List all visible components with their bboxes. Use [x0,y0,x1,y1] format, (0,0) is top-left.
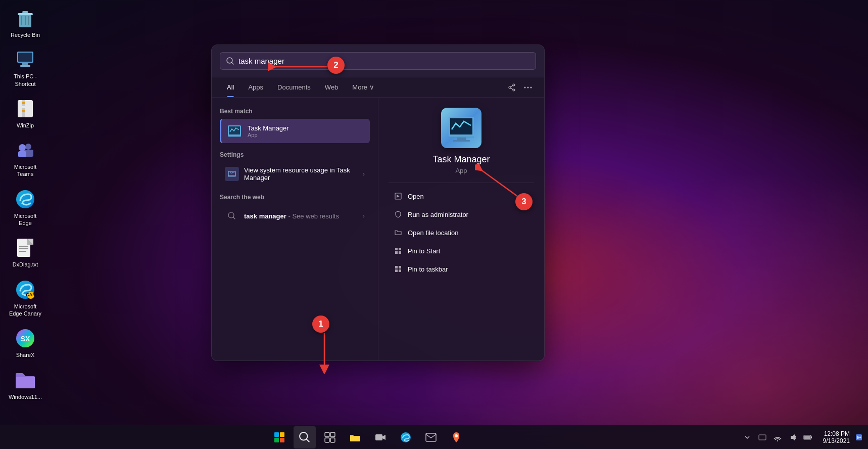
winzip-icon [14,98,36,120]
svg-rect-78 [759,435,766,440]
svg-rect-12 [22,102,25,104]
desktop-icon-edge[interactable]: MicrosoftEdge [5,186,45,229]
search-icon [226,57,234,65]
desktop-icon-teams[interactable]: MicrosoftTeams [5,137,45,180]
svg-point-37 [524,86,526,88]
web-search-icon [225,209,239,223]
search-popup: task manager All Apps Documents Web More… [211,44,545,361]
location-taskbar-button[interactable] [445,426,467,448]
svg-rect-70 [325,432,329,437]
keyboard-icon[interactable] [755,426,769,448]
svg-point-77 [455,434,458,437]
svg-rect-74 [375,434,382,440]
svg-rect-54 [399,248,401,250]
desktop-icon-sharex[interactable]: SX ShareX [5,325,45,361]
desktop-icon-recycle-bin[interactable]: Recycle Bin [5,5,45,40]
action-pin-taskbar[interactable]: Pin to taskbar [389,260,534,278]
svg-rect-23 [19,248,28,249]
clock-area[interactable]: 12:08 PM 9/13/2021 [819,430,854,444]
tab-documents[interactable]: Documents [270,77,318,97]
taskbar-search-icon [299,432,310,443]
teams-icon [14,139,36,161]
clock-time: 12:08 PM [824,430,850,437]
desktop-icon-dxdiag[interactable]: DxDiag.txt [5,235,45,270]
web-result-info: task manager - See web results [244,212,358,220]
settings-item-info: View system resource usage in Task Manag… [244,166,358,182]
edge-taskbar-button[interactable] [395,426,417,448]
web-search-result-item[interactable]: task manager - See web results › [220,205,370,227]
settings-result-item[interactable]: View system resource usage in Task Manag… [220,162,370,186]
action-pin-start[interactable]: Pin to Start [389,242,534,260]
mail-taskbar-button[interactable] [420,426,442,448]
file-explorer-button[interactable] [344,426,366,448]
search-results-panel: Best match Task Manager App Settin [212,98,378,361]
web-result-arrow: › [363,212,365,219]
desktop-icon-windows11[interactable]: Windows11... [5,367,45,402]
action-open[interactable]: Open [389,187,534,205]
search-input-wrap[interactable]: task manager [220,52,536,70]
svg-rect-55 [395,251,398,254]
svg-rect-53 [395,248,398,250]
svg-line-69 [307,439,309,441]
edge-label: MicrosoftEdge [14,212,37,227]
svg-rect-73 [330,438,335,442]
search-button[interactable] [294,426,316,448]
start-button[interactable] [268,426,291,448]
edge-taskbar-icon [400,432,411,443]
svg-rect-64 [274,432,279,437]
svg-rect-56 [399,251,401,254]
svg-point-39 [531,86,532,88]
tab-more[interactable]: More ∨ [345,77,381,97]
svg-rect-1 [18,13,33,15]
svg-rect-10 [18,100,33,117]
action-run-admin[interactable]: Run as administrator [389,205,534,223]
svg-rect-58 [399,266,401,268]
teams-taskbar-button[interactable] [369,426,392,448]
svg-line-31 [232,62,234,64]
svg-rect-24 [19,251,26,252]
sharex-icon: SX [14,327,36,349]
svg-rect-8 [22,63,28,65]
desktop-icon-this-pc[interactable]: This PC -Shortcut [5,47,45,89]
folder-open-icon [394,228,403,237]
notification-icon[interactable]: 9+ [854,426,868,448]
action-file-location[interactable]: Open file location [389,223,534,242]
search-input[interactable]: task manager [238,57,529,65]
detail-divider [389,183,534,183]
volume-icon[interactable] [786,426,800,448]
task-manager-result[interactable]: Task Manager App [220,119,370,143]
svg-rect-59 [395,270,398,272]
toolbar-more-btn[interactable] [520,79,536,96]
share-icon [508,83,516,92]
edge-canary-icon: CAN [14,279,36,301]
desktop-icon-winzip[interactable]: WinZip [5,96,45,131]
best-match-label: Best match [220,108,370,115]
this-pc-label: This PC -Shortcut [14,73,37,87]
search-content: Best match Task Manager App Settin [212,98,544,361]
dxdiag-icon [14,237,36,259]
teams-label: MicrosoftTeams [14,163,37,178]
svg-rect-65 [280,432,284,437]
task-view-button[interactable] [319,426,341,448]
desktop-icon-edge-canary[interactable]: CAN MicrosoftEdge Canary [5,277,45,320]
clock-date: 9/13/2021 [823,437,850,444]
tab-apps[interactable]: Apps [241,77,270,97]
chevron-tray-icon[interactable] [740,426,754,448]
svg-text:SX: SX [21,335,30,343]
winzip-label: WinZip [17,122,34,129]
tab-all[interactable]: All [220,77,241,97]
battery-icon[interactable] [801,426,815,448]
video-icon [375,432,386,443]
open-icon [394,192,403,201]
svg-rect-7 [18,53,32,62]
svg-rect-71 [330,432,335,437]
toolbar-share-btn[interactable] [504,79,520,96]
svg-point-38 [527,86,529,88]
tab-web[interactable]: Web [318,77,346,97]
settings-item-icon [225,167,239,181]
task-view-icon [324,432,335,443]
windows-logo-icon [274,432,285,443]
network-icon[interactable] [770,426,785,448]
more-dots-icon [524,86,532,88]
svg-rect-9 [20,65,30,67]
